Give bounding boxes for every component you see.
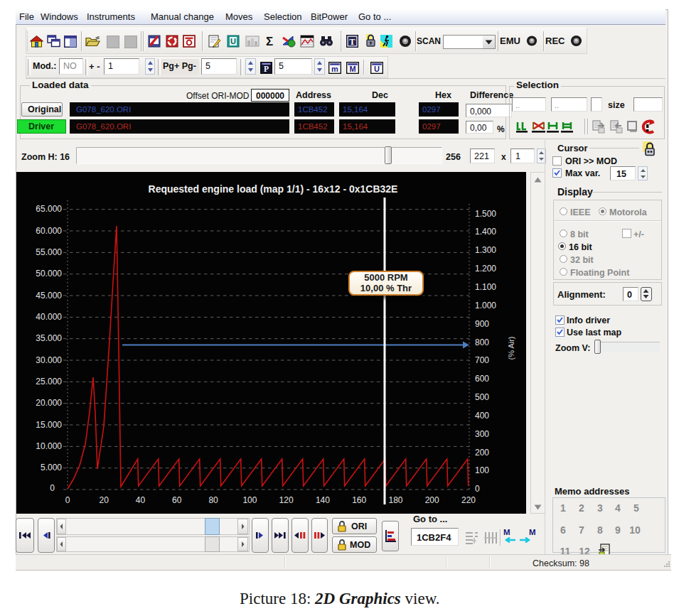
svg-text:1.000: 1.000 <box>475 301 496 310</box>
svg-text:(% Air): (% Air) <box>507 337 515 360</box>
svg-text:40: 40 <box>136 495 146 505</box>
svg-text:1.300: 1.300 <box>475 245 496 255</box>
svg-text:200: 200 <box>475 448 489 458</box>
svg-text:0: 0 <box>65 495 70 505</box>
svg-text:300: 300 <box>475 429 489 439</box>
svg-text:600: 600 <box>475 374 489 384</box>
svg-text:400: 400 <box>475 411 489 421</box>
svg-text:40.000: 40.000 <box>36 312 62 322</box>
svg-text:15.000: 15.000 <box>36 420 62 430</box>
svg-text:220: 220 <box>461 495 476 505</box>
svg-text:900: 900 <box>475 319 489 329</box>
svg-text:1.200: 1.200 <box>475 264 496 274</box>
svg-text:25.000: 25.000 <box>36 377 62 387</box>
svg-text:800: 800 <box>475 337 489 347</box>
svg-text:1.400: 1.400 <box>475 227 496 237</box>
svg-text:700: 700 <box>475 355 489 365</box>
svg-text:5.000: 5.000 <box>41 463 62 472</box>
svg-text:65.000: 65.000 <box>36 204 62 214</box>
svg-text:1.100: 1.100 <box>475 282 496 292</box>
svg-text:180: 180 <box>388 495 402 505</box>
svg-text:m: m <box>331 65 338 73</box>
svg-text:60.000: 60.000 <box>36 226 62 236</box>
svg-text:50.000: 50.000 <box>36 269 62 279</box>
svg-text:120: 120 <box>279 495 294 505</box>
svg-text:55.000: 55.000 <box>36 247 62 257</box>
svg-text:100: 100 <box>475 465 489 475</box>
svg-text:Requested engine load (map 1/1: Requested engine load (map 1/1) - 16x12 … <box>149 183 398 195</box>
svg-text:80: 80 <box>208 495 218 505</box>
svg-text:200: 200 <box>425 495 439 505</box>
svg-text:35.000: 35.000 <box>36 333 62 343</box>
svg-text:P: P <box>264 65 269 73</box>
svg-text:60: 60 <box>172 495 182 505</box>
svg-text:T: T <box>349 37 355 47</box>
svg-text:500: 500 <box>475 392 489 402</box>
svg-text:30.000: 30.000 <box>36 355 62 365</box>
svg-text:U: U <box>374 65 380 73</box>
svg-text:140: 140 <box>316 495 330 505</box>
svg-text:U: U <box>230 37 236 45</box>
svg-text:0: 0 <box>475 484 480 494</box>
svg-text:0: 0 <box>50 483 55 493</box>
svg-text:160: 160 <box>352 495 366 505</box>
svg-text:1.500: 1.500 <box>475 209 496 219</box>
svg-text:20.000: 20.000 <box>36 398 62 408</box>
svg-text:M: M <box>349 65 355 73</box>
svg-text:20: 20 <box>100 495 109 505</box>
svg-text:10.000: 10.000 <box>36 441 62 451</box>
svg-text:100: 100 <box>242 495 257 505</box>
svg-text:45.000: 45.000 <box>36 291 62 301</box>
